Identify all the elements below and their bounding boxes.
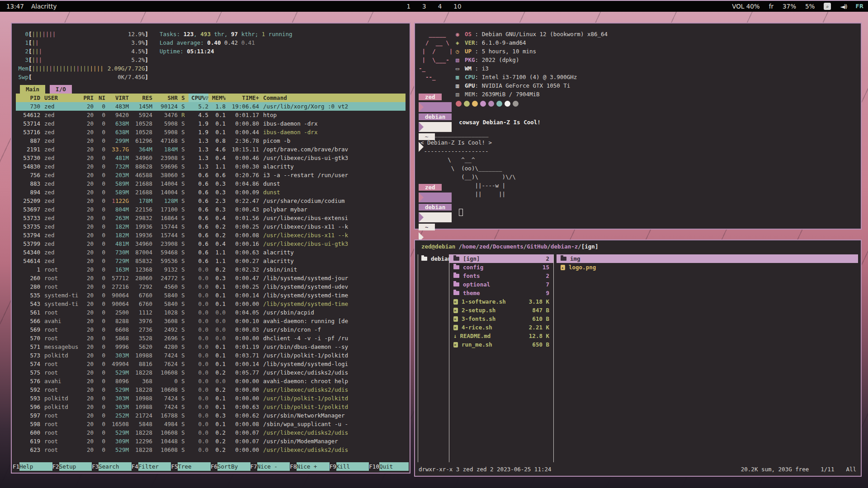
process-row[interactable]: 569root200660827362492S0.00.00:00.03/usr… xyxy=(16,325,406,334)
file-list-pane: [ign]2config15fonts2optional7theme91-sof… xyxy=(449,254,554,462)
process-row[interactable]: 260root200577122806024772S0.00.30:00.47/… xyxy=(16,274,406,282)
file-entry-runmesh[interactable]: run_me.sh650 B xyxy=(449,340,553,349)
fkey-kill[interactable]: F9Kill xyxy=(330,462,369,471)
fkey-nice[interactable]: F7Nice - xyxy=(250,462,290,471)
keyboard-layout-module: fr xyxy=(769,3,774,10)
focused-window-title: Alacritty xyxy=(31,3,57,10)
process-row[interactable]: 894zed200589M2168814004S0.60.30:00.09dun… xyxy=(16,188,406,197)
file-entry-theme[interactable]: theme9 xyxy=(449,289,553,297)
column-header-res[interactable]: RES xyxy=(129,94,152,102)
prompt-arrow-icon xyxy=(419,212,452,222)
fkey-sortby[interactable]: F6SortBy xyxy=(211,462,250,471)
file-entry-optional[interactable]: optional7 xyxy=(449,280,553,289)
process-row[interactable]: 883zed200589M2168814004S0.60.30:04.86dun… xyxy=(16,179,406,188)
file-entry-4ricesh[interactable]: 4-rice.sh2.21 K xyxy=(449,323,553,332)
process-row[interactable]: 53794zed200182M1993615744S0.60.20:00.08/… xyxy=(16,231,406,239)
shell-prompt-empty[interactable]: zeddebian~ xyxy=(419,207,854,217)
column-header-command[interactable]: Command xyxy=(259,94,406,102)
fkey-help[interactable]: F1Help xyxy=(13,462,52,471)
fkey-setup[interactable]: F2Setup xyxy=(52,462,92,471)
process-row[interactable]: 54614zed200729M8583259536S0.61.10:00.27a… xyxy=(16,257,406,265)
cpu-meter-1: 1[||3.9%] xyxy=(16,38,151,47)
column-header-cpu[interactable]: CPU%▽ xyxy=(189,94,208,102)
column-header-virt[interactable]: VIRT xyxy=(105,94,129,102)
file-entry-2setupsh[interactable]: 2-setup.sh847 B xyxy=(449,306,553,314)
process-row[interactable]: 573polkitd200303M109887424S0.00.10:03.71… xyxy=(16,351,406,360)
process-row[interactable]: 887zed200299M6129647168S1.30.82:36.78pic… xyxy=(16,136,406,145)
process-row[interactable]: 598root2001650858484984S0.00.10:00.08/sb… xyxy=(16,420,406,428)
process-row[interactable]: 2191zed20033.7G364M184MS1.34.610:15.11/o… xyxy=(16,145,406,154)
file-entry-config[interactable]: config15 xyxy=(449,263,553,272)
process-row[interactable]: 600root200529M1822810608S0.00.20:00.07/u… xyxy=(16,428,406,437)
process-row[interactable]: 53735zed200182M1993615744S0.60.20:00.25/… xyxy=(16,222,406,231)
process-row[interactable]: 280root2002721672924560S0.00.10:00.25/li… xyxy=(16,282,406,291)
column-header-user[interactable]: USER xyxy=(40,94,80,102)
fetch-line-cpu: ▦CPU: Intel i3-7100 (4) @ 3.900GHz xyxy=(456,73,608,81)
process-row[interactable]: 623root200529M1822810608S0.00.20:00.00/u… xyxy=(16,446,406,454)
file-entry-1softwaresh[interactable]: 1-software.sh3.18 K xyxy=(449,297,553,306)
column-header-pri[interactable]: PRI xyxy=(80,94,94,102)
workspace-item-1[interactable]: 1 xyxy=(407,3,411,10)
process-row[interactable]: 574root2004990488167624S0.00.10:00.14/li… xyxy=(16,360,406,368)
process-row[interactable]: 53697zed200804M2215617100S0.60.30:00.43p… xyxy=(16,205,406,214)
file-entry-img[interactable]: img xyxy=(557,254,858,263)
process-row[interactable]: 566avahi200828839763608S0.00.00:00.10ava… xyxy=(16,317,406,325)
workspace-item-10[interactable]: 10 xyxy=(453,3,461,10)
workspace-item-3[interactable]: 3 xyxy=(422,3,426,10)
workspace-item-4[interactable]: 4 xyxy=(438,3,442,10)
process-row[interactable]: 53799zed200481M3496023908S0.60.40:00.16/… xyxy=(16,239,406,248)
process-row[interactable]: 1root200163M123689132S0.00.20:02.32/sbin… xyxy=(16,265,406,274)
process-row[interactable]: 53730zed200481M3496023908S1.30.40:00.46/… xyxy=(16,154,406,162)
process-row[interactable]: 561root200250011121028S0.00.00:04.05/usr… xyxy=(16,308,406,317)
process-row[interactable]: 756zed200203M4658838060S0.60.60:20.76i3 … xyxy=(16,171,406,179)
cpu-chip-icon: ▦ xyxy=(456,73,465,81)
process-row[interactable]: 596polkitd200303M109887424S0.00.10:00.63… xyxy=(16,403,406,411)
fkey-search[interactable]: F3Search xyxy=(92,462,132,471)
speaker-icon[interactable]: ◄)) xyxy=(840,3,846,10)
file-entry-3fontssh[interactable]: 3-fonts.sh610 B xyxy=(449,314,553,323)
language-indicator: FR xyxy=(856,3,863,9)
fkey-quit[interactable]: F10Quit xyxy=(369,462,409,471)
fkey-tree[interactable]: F5Tree xyxy=(171,462,211,471)
volume-module[interactable]: VOL 40% xyxy=(732,3,760,10)
process-row[interactable]: 576avahi20080963680S0.00.00:00.00avahi-d… xyxy=(16,377,406,385)
process-row[interactable]: 25209zed2001122G178M128MS0.62.30:22.47/u… xyxy=(16,197,406,205)
column-header-mem[interactable]: MEM% xyxy=(208,94,226,102)
file-entry-readmemd[interactable]: ↓README.md12.8 K xyxy=(449,332,553,340)
column-header-pid[interactable]: PID xyxy=(16,94,40,102)
tray-magnifier-icon[interactable]: ⌕ xyxy=(824,3,831,10)
fkey-filter[interactable]: F4Filter xyxy=(132,462,171,471)
process-row[interactable]: 53716zed200638M105285908S1.90.10:00.44ib… xyxy=(16,128,406,136)
file-entry-fonts[interactable]: fonts2 xyxy=(449,272,553,280)
process-row[interactable]: 535systemd-ti2009006467605840S0.00.10:00… xyxy=(16,291,406,300)
process-row[interactable]: 53733zed200263M2983216864S0.60.40:01.56/… xyxy=(16,214,406,222)
column-header-shr[interactable]: SHR xyxy=(152,94,178,102)
column-header-time[interactable]: TIME+ xyxy=(226,94,259,102)
process-row[interactable]: 543systemd-ti2009006467605840S0.00.10:00… xyxy=(16,300,406,308)
folder-icon xyxy=(421,257,427,261)
process-row[interactable]: 54612zed200942059243476R4.50.10:01.17hto… xyxy=(16,111,406,119)
file-entry-ign[interactable]: [ign]2 xyxy=(449,254,553,263)
fkey-nice[interactable]: F8Nice + xyxy=(290,462,330,471)
file-entry-logopng[interactable]: logo.png xyxy=(557,263,858,272)
column-header-s[interactable]: S xyxy=(178,94,189,102)
process-row[interactable]: 53714zed200638M105285908S1.90.10:00.80ib… xyxy=(16,119,406,128)
process-row[interactable]: 619root200309M1229610448S0.00.20:00.07/u… xyxy=(16,437,406,446)
process-row[interactable]: 575root200529M1822810608S0.00.20:05.77/u… xyxy=(16,368,406,377)
process-table: 730zed200483M145M90124S5.21.819:06.64/us… xyxy=(16,102,406,454)
process-row[interactable]: 570root200586835282696S0.00.00:00.00dhcl… xyxy=(16,334,406,343)
process-row[interactable]: 730zed200483M145M90124S5.21.819:06.64/us… xyxy=(16,102,406,111)
process-row[interactable]: 571messagebus200999656204280S0.00.10:01.… xyxy=(16,343,406,351)
process-row[interactable]: 54830zed200732M8862859696S1.31.10:00.30a… xyxy=(16,162,406,171)
fetch-line-mem: ▤MEM: 2639MiB / 7904MiB xyxy=(456,90,608,99)
process-row[interactable]: 597root200252M2172416788S0.00.30:00.62/u… xyxy=(16,411,406,420)
palette-dot-1 xyxy=(464,101,470,107)
process-row[interactable]: 592root200529M1822810608S0.00.20:00.00/u… xyxy=(16,385,406,394)
file-entry-debian~[interactable]: debian~ xyxy=(420,254,449,263)
process-table-header[interactable]: PIDUSERPRINIVIRTRESSHRSCPU%▽MEM%TIME+Com… xyxy=(16,94,406,102)
tab-main[interactable]: Main xyxy=(20,85,45,94)
tab-io[interactable]: I/O xyxy=(50,85,72,94)
process-row[interactable]: 593polkitd200303M109887424S0.00.10:00.00… xyxy=(16,394,406,403)
column-header-ni[interactable]: NI xyxy=(94,94,105,102)
process-row[interactable]: 54340zed200730M8700459468S0.61.10:00.63a… xyxy=(16,248,406,257)
